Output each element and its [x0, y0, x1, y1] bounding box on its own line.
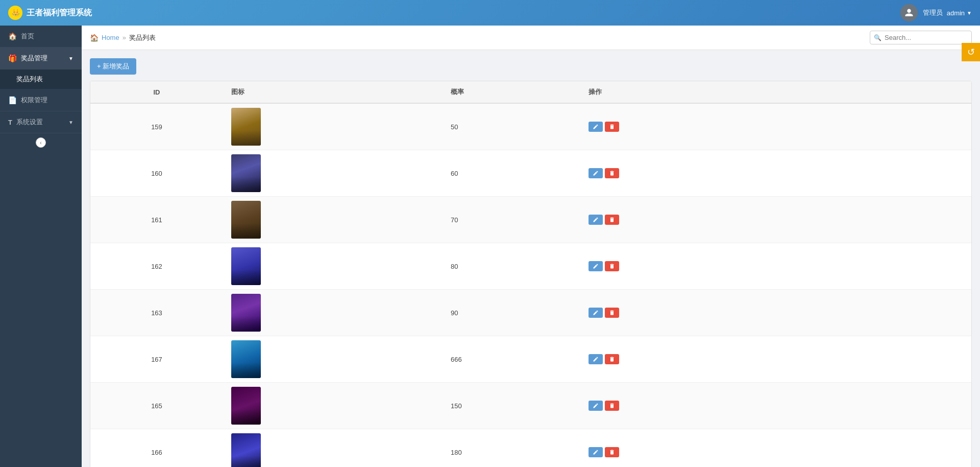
sidebar: 🏠 首页 🎁 奖品管理 ▼ 奖品列表 📄 权限管理 T 系统设置 ▼ ‹ [0, 26, 82, 467]
cell-icon [223, 383, 443, 429]
delete-button[interactable] [605, 447, 619, 457]
cell-rate: 150 [443, 383, 580, 429]
cell-icon [223, 197, 443, 243]
delete-button[interactable] [605, 215, 619, 225]
prize-table-container: ID 图标 概率 操作 [90, 81, 972, 467]
main-content: 🏠 Home » 奖品列表 🔍 + 新增奖品 [82, 26, 980, 467]
add-prize-button-label: + 新增奖品 [97, 62, 129, 71]
cell-rate: 50 [443, 103, 580, 150]
sidebar-item-system-settings-label: 系统设置 [16, 118, 43, 127]
cell-icon [223, 103, 443, 150]
table-row: 16390 [90, 290, 971, 336]
action-buttons [589, 122, 963, 132]
action-buttons [589, 168, 963, 178]
cell-action [580, 429, 971, 468]
cell-id: 162 [90, 243, 223, 290]
cell-rate: 180 [443, 429, 580, 468]
cell-icon [223, 290, 443, 336]
cell-icon [223, 150, 443, 197]
edit-button[interactable] [589, 215, 603, 225]
table-row: 16060 [90, 150, 971, 197]
table-body: 1595016060161701628016390167666165150166… [90, 103, 971, 467]
col-header-rate: 概率 [443, 81, 580, 103]
system-settings-arrow: ▼ [68, 120, 74, 125]
edit-button[interactable] [589, 354, 603, 364]
prize-table: ID 图标 概率 操作 [90, 81, 971, 467]
delete-button[interactable] [605, 308, 619, 318]
home-icon: 🏠 [8, 32, 17, 40]
cell-action [580, 336, 971, 383]
system-settings-icon: T [8, 119, 12, 126]
table-row: 16280 [90, 243, 971, 290]
edit-button[interactable] [589, 401, 603, 411]
col-header-id: ID [90, 81, 223, 103]
table-row: 15950 [90, 103, 971, 150]
sidebar-item-permission-mgmt[interactable]: 📄 权限管理 [0, 89, 82, 111]
logo-icon: 👑 [8, 6, 22, 20]
delete-button[interactable] [605, 122, 619, 132]
cell-id: 160 [90, 150, 223, 197]
action-buttons [589, 354, 963, 364]
delete-button[interactable] [605, 401, 619, 411]
action-buttons [589, 447, 963, 457]
delete-button[interactable] [605, 168, 619, 178]
header: 👑 王者福利管理系统 管理员 admin ▼ [0, 0, 980, 26]
action-buttons [589, 261, 963, 271]
delete-button[interactable] [605, 261, 619, 271]
edit-button[interactable] [589, 308, 603, 318]
cell-id: 159 [90, 103, 223, 150]
content-area: + 新增奖品 ID 图标 [82, 50, 980, 467]
cell-action [580, 290, 971, 336]
cell-action [580, 150, 971, 197]
sidebar-item-permission-mgmt-label: 权限管理 [21, 96, 47, 105]
collapse-icon: ‹ [40, 140, 41, 146]
breadcrumb-home[interactable]: Home [102, 34, 119, 41]
cell-id: 161 [90, 197, 223, 243]
breadcrumb-separator: » [122, 34, 126, 41]
sidebar-submenu-prize: 奖品列表 [0, 69, 82, 89]
sidebar-item-prize-mgmt[interactable]: 🎁 奖品管理 ▼ [0, 48, 82, 69]
cell-icon [223, 429, 443, 468]
permission-mgmt-icon: 📄 [8, 96, 17, 104]
col-header-action: 操作 [580, 81, 971, 103]
action-buttons [589, 215, 963, 225]
sidebar-item-prize-list[interactable]: 奖品列表 [0, 69, 82, 89]
edit-button[interactable] [589, 261, 603, 271]
app-title: 王者福利管理系统 [27, 8, 92, 18]
sidebar-item-home[interactable]: 🏠 首页 [0, 26, 82, 48]
table-row: 165150 [90, 383, 971, 429]
edit-button[interactable] [589, 447, 603, 457]
edit-button[interactable] [589, 168, 603, 178]
delete-button[interactable] [605, 354, 619, 364]
edit-button[interactable] [589, 122, 603, 132]
search-input[interactable] [870, 31, 972, 44]
action-buttons [589, 308, 963, 318]
cell-icon [223, 336, 443, 383]
toolbar: + 新增奖品 [90, 58, 972, 75]
cell-action [580, 243, 971, 290]
cell-action [580, 383, 971, 429]
home-breadcrumb-icon: 🏠 [90, 34, 99, 42]
refresh-button[interactable]: ↺ [962, 43, 980, 61]
breadcrumb: 🏠 Home » 奖品列表 [90, 33, 156, 42]
layout: 🏠 首页 🎁 奖品管理 ▼ 奖品列表 📄 权限管理 T 系统设置 ▼ ‹ [0, 26, 980, 467]
admin-dropdown-arrow: ▼ [967, 10, 972, 16]
add-prize-button[interactable]: + 新增奖品 [90, 58, 136, 75]
breadcrumb-current: 奖品列表 [129, 33, 156, 42]
admin-name: admin [947, 9, 965, 17]
table-row: 166180 [90, 429, 971, 468]
table-row: 16170 [90, 197, 971, 243]
sidebar-collapse-button[interactable]: ‹ [36, 137, 46, 148]
cell-action [580, 103, 971, 150]
prize-mgmt-arrow: ▼ [68, 56, 74, 61]
refresh-icon: ↺ [967, 46, 975, 58]
cell-rate: 90 [443, 290, 580, 336]
sidebar-item-home-label: 首页 [21, 32, 34, 41]
cell-rate: 70 [443, 197, 580, 243]
cell-icon [223, 243, 443, 290]
sidebar-item-system-settings[interactable]: T 系统设置 ▼ [0, 111, 82, 133]
breadcrumb-bar: 🏠 Home » 奖品列表 🔍 [82, 26, 980, 50]
action-buttons [589, 401, 963, 411]
prize-list-label: 奖品列表 [16, 75, 43, 83]
admin-info[interactable]: 管理员 admin ▼ [923, 8, 972, 17]
